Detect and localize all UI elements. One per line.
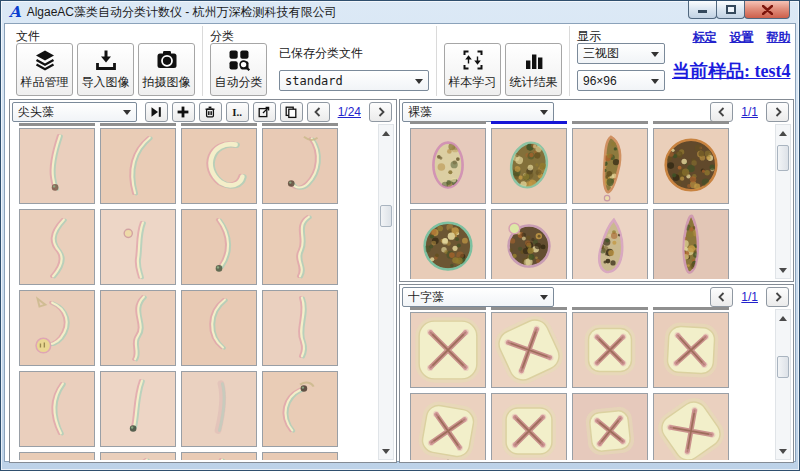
partial-thumbnail-edge bbox=[262, 123, 338, 126]
algae-thumbnail[interactable] bbox=[181, 290, 257, 366]
partial-thumbnail-edge bbox=[572, 307, 648, 310]
algae-thumbnail[interactable] bbox=[410, 393, 486, 460]
algae-thumbnail[interactable] bbox=[181, 209, 257, 285]
scrollbar-right-top[interactable] bbox=[775, 124, 791, 279]
algae-thumbnail[interactable] bbox=[572, 128, 648, 204]
algae-thumbnail[interactable] bbox=[19, 452, 95, 460]
close-button[interactable] bbox=[744, 1, 790, 19]
scroll-up-button[interactable] bbox=[776, 311, 790, 324]
algae-thumbnail[interactable] bbox=[19, 371, 95, 447]
algae-thumbnail[interactable] bbox=[181, 452, 257, 460]
file-group: 文件 样品管理 导入图像 拍摄图像 bbox=[9, 26, 202, 96]
prev-page-button[interactable] bbox=[307, 102, 330, 122]
auto-classify-button[interactable]: 自动分类 bbox=[210, 43, 267, 96]
algae-thumbnail[interactable] bbox=[491, 393, 567, 460]
minimize-icon bbox=[698, 10, 707, 13]
algae-thumbnail[interactable] bbox=[100, 209, 176, 285]
rename-button[interactable]: I.. bbox=[226, 102, 249, 122]
species-dropdown-left[interactable]: 尖头藻 bbox=[12, 102, 137, 122]
statistics-button[interactable]: 统计结果 bbox=[505, 43, 562, 96]
algae-thumbnail[interactable] bbox=[491, 128, 567, 204]
algae-thumbnail[interactable] bbox=[19, 128, 95, 204]
scrollbar-right-bottom[interactable] bbox=[775, 309, 791, 460]
algae-thumbnail[interactable] bbox=[100, 452, 176, 460]
add-class-button[interactable] bbox=[172, 102, 195, 122]
learn-group-label bbox=[444, 28, 562, 42]
camera-icon bbox=[155, 48, 179, 72]
calibrate-link[interactable]: 标定 bbox=[692, 29, 716, 46]
algae-thumbnail[interactable] bbox=[262, 128, 338, 204]
sample-learning-button[interactable]: 样本学习 bbox=[444, 43, 501, 96]
scroll-thumb[interactable] bbox=[380, 205, 392, 227]
scroll-down-button[interactable] bbox=[776, 445, 790, 458]
algae-thumbnail[interactable] bbox=[262, 452, 338, 460]
import-image-button[interactable]: 导入图像 bbox=[77, 43, 134, 96]
scroll-up-button[interactable] bbox=[776, 126, 790, 139]
algae-thumbnail[interactable] bbox=[100, 290, 176, 366]
next-page-button[interactable] bbox=[369, 102, 392, 122]
thumb-size-dropdown[interactable]: 96×96 bbox=[577, 70, 665, 91]
algae-thumbnail[interactable] bbox=[262, 290, 338, 366]
algae-thumbnail[interactable] bbox=[572, 393, 648, 460]
panel-right-bottom-species: 十字藻 1/1 bbox=[399, 284, 794, 463]
algae-thumbnail[interactable] bbox=[19, 290, 95, 366]
prev-page-button[interactable] bbox=[710, 102, 733, 122]
species-dropdown-right-top[interactable]: 裸藻 bbox=[402, 102, 554, 122]
algae-thumbnail[interactable] bbox=[262, 209, 338, 285]
plus-icon bbox=[176, 105, 190, 119]
statistics-label: 统计结果 bbox=[510, 74, 558, 91]
scrollbar-left[interactable] bbox=[378, 124, 394, 460]
next-page-button[interactable] bbox=[766, 287, 789, 307]
saved-file-value: standard bbox=[285, 74, 343, 88]
next-page-button[interactable] bbox=[766, 102, 789, 122]
help-link[interactable]: 帮助 bbox=[766, 29, 790, 46]
species-dropdown-right-bottom[interactable]: 十字藻 bbox=[402, 287, 554, 307]
algae-thumbnail[interactable] bbox=[181, 371, 257, 447]
titlebar[interactable]: A AlgaeAC藻类自动分类计数仪 - 杭州万深检测科技有限公司 bbox=[1, 1, 799, 23]
sample-manage-button[interactable]: 样品管理 bbox=[16, 43, 73, 96]
saved-file-dropdown[interactable]: standard bbox=[279, 70, 429, 91]
algae-thumbnail[interactable] bbox=[410, 209, 486, 279]
algae-thumbnail[interactable] bbox=[572, 209, 648, 279]
scroll-up-button[interactable] bbox=[379, 126, 393, 139]
algae-thumbnail[interactable] bbox=[653, 209, 729, 279]
algae-thumbnail[interactable] bbox=[491, 312, 567, 388]
algae-thumbnail[interactable] bbox=[653, 128, 729, 204]
algae-thumbnail[interactable] bbox=[262, 371, 338, 447]
algae-thumbnail[interactable] bbox=[100, 371, 176, 447]
scroll-down-button[interactable] bbox=[776, 264, 790, 277]
algae-thumbnail[interactable] bbox=[100, 128, 176, 204]
chevron-right-icon bbox=[771, 105, 785, 119]
delete-button[interactable] bbox=[199, 102, 222, 122]
algae-thumbnail[interactable] bbox=[653, 312, 729, 388]
layers-icon bbox=[33, 48, 57, 72]
skip-next-button[interactable] bbox=[145, 102, 168, 122]
panel-left-pagination: 1/24 bbox=[307, 102, 394, 122]
algae-thumbnail[interactable] bbox=[181, 128, 257, 204]
minimize-button[interactable] bbox=[688, 1, 717, 19]
scroll-thumb[interactable] bbox=[777, 356, 789, 378]
partial-thumbnail-edge bbox=[491, 121, 567, 124]
page-indicator-link[interactable]: 1/1 bbox=[741, 105, 758, 119]
settings-link[interactable]: 设置 bbox=[729, 29, 753, 46]
prev-page-button[interactable] bbox=[710, 287, 733, 307]
algae-thumbnail[interactable] bbox=[410, 128, 486, 204]
export-image-button[interactable] bbox=[253, 102, 276, 122]
view-mode-dropdown[interactable]: 三视图 bbox=[577, 43, 665, 64]
algae-thumbnail[interactable] bbox=[572, 312, 648, 388]
maximize-button[interactable] bbox=[716, 1, 745, 19]
algae-thumbnail[interactable] bbox=[410, 312, 486, 388]
merge-class-button[interactable] bbox=[280, 102, 303, 122]
skip-next-icon bbox=[149, 105, 163, 119]
algae-thumbnail[interactable] bbox=[491, 209, 567, 279]
page-indicator-link[interactable]: 1/1 bbox=[741, 290, 758, 304]
scroll-down-button[interactable] bbox=[379, 445, 393, 458]
algae-thumbnail[interactable] bbox=[653, 393, 729, 460]
partial-row-slivers bbox=[19, 123, 338, 126]
scroll-thumb[interactable] bbox=[777, 145, 789, 171]
algae-thumbnail[interactable] bbox=[19, 209, 95, 285]
page-indicator-link[interactable]: 1/24 bbox=[338, 105, 361, 119]
current-sample-link[interactable]: 当前样品: test4 bbox=[672, 59, 790, 83]
panel-right-bottom-pagination: 1/1 bbox=[710, 287, 791, 307]
capture-image-button[interactable]: 拍摄图像 bbox=[138, 43, 195, 96]
